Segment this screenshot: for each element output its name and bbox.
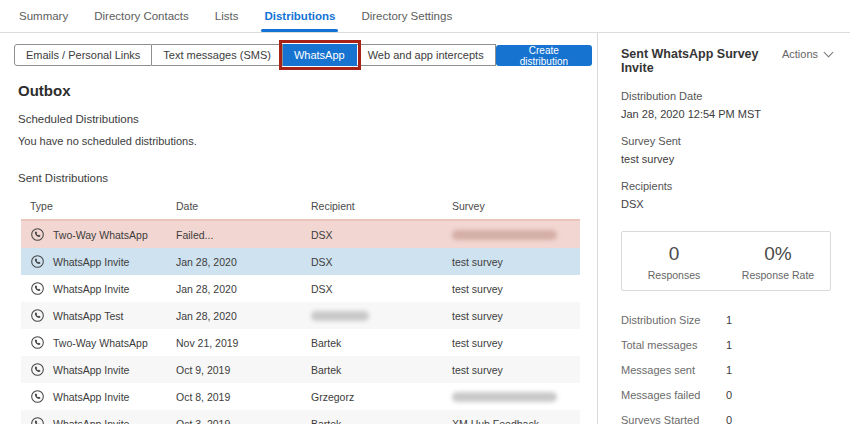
survey-cell <box>452 230 580 240</box>
nav-item-directory-contacts[interactable]: Directory Contacts <box>81 0 202 32</box>
recipient-cell: Bartek <box>311 337 452 349</box>
survey-sent-value: test survey <box>621 153 832 165</box>
sent-distributions-table: TypeDateRecipientSurvey Two-Way WhatsApp… <box>21 193 580 424</box>
whatsapp-icon <box>30 362 45 377</box>
survey-cell: XM Hub Feedback <box>452 418 580 424</box>
survey-cell <box>452 392 580 402</box>
table-row[interactable]: WhatsApp InviteOct 9, 2019Bartektest sur… <box>21 356 580 383</box>
recipient-cell: Bartek <box>311 418 452 424</box>
main-area: Emails / Personal LinksText messages (SM… <box>0 33 597 424</box>
actions-dropdown[interactable]: Actions <box>782 48 832 60</box>
date-cell: Failed... <box>176 229 311 241</box>
stat-value: 1 <box>726 314 832 326</box>
recipient-cell: DSX <box>311 283 452 295</box>
whatsapp-icon <box>30 416 45 424</box>
distributions-page: SummaryDirectory ContactsListsDistributi… <box>0 0 850 424</box>
table-row[interactable]: Two-Way WhatsAppFailed...DSX <box>21 219 580 248</box>
date-cell: Jan 28, 2020 <box>176 310 311 322</box>
recipients-value: DSX <box>621 198 832 210</box>
column-header-type: Type <box>21 200 176 212</box>
type-label: WhatsApp Invite <box>53 364 129 376</box>
recipient-cell: Bartek <box>311 364 452 376</box>
nav-item-distributions[interactable]: Distributions <box>251 0 348 32</box>
type-label: WhatsApp Invite <box>53 256 129 268</box>
scheduled-distributions-heading: Scheduled Distributions <box>18 113 597 125</box>
channel-tab-emails-personal-links[interactable]: Emails / Personal Links <box>14 44 152 66</box>
survey-cell: test survey <box>452 364 580 376</box>
redacted-survey <box>452 230 557 240</box>
type-label: WhatsApp Invite <box>53 283 129 295</box>
table-body: Two-Way WhatsAppFailed...DSXWhatsApp Inv… <box>21 219 580 424</box>
column-header-date: Date <box>176 200 311 212</box>
type-cell: WhatsApp Invite <box>21 416 176 424</box>
stat-row-messages-sent: Messages sent1 <box>621 364 832 376</box>
responses-value: 0 <box>622 243 726 265</box>
type-cell: Two-Way WhatsApp <box>21 227 176 242</box>
table-row[interactable]: WhatsApp TestJan 28, 2020test survey <box>21 302 580 329</box>
type-label: WhatsApp Invite <box>53 391 129 403</box>
recipients-label: Recipients <box>621 180 832 192</box>
scheduled-empty-text: You have no scheduled distributions. <box>18 135 597 147</box>
date-cell: Jan 28, 2020 <box>176 256 311 268</box>
recipient-cell: DSX <box>311 229 452 241</box>
response-rate-value: 0% <box>726 243 830 265</box>
date-cell: Oct 8, 2019 <box>176 391 311 403</box>
type-cell: WhatsApp Invite <box>21 362 176 377</box>
stat-label: Distribution Size <box>621 314 726 326</box>
survey-cell: test survey <box>452 337 580 349</box>
stat-row-messages-failed: Messages failed0 <box>621 389 832 401</box>
table-row[interactable]: WhatsApp InviteOct 8, 2019Grzegorz <box>21 383 580 410</box>
table-row[interactable]: WhatsApp InviteJan 28, 2020DSXtest surve… <box>21 248 580 275</box>
distribution-date-label: Distribution Date <box>621 90 832 102</box>
nav-item-summary[interactable]: Summary <box>6 0 81 32</box>
nav-item-lists[interactable]: Lists <box>202 0 252 32</box>
responses-summary: 0 Responses <box>622 243 726 281</box>
survey-cell: test survey <box>452 283 580 295</box>
response-rate-summary: 0% Response Rate <box>726 243 830 281</box>
stat-label: Total messages <box>621 339 726 351</box>
survey-cell: test survey <box>452 310 580 322</box>
redacted-survey <box>452 392 557 402</box>
whatsapp-icon <box>30 389 45 404</box>
sent-distributions-heading: Sent Distributions <box>18 172 597 184</box>
whatsapp-icon <box>30 281 45 296</box>
whatsapp-icon <box>30 254 45 269</box>
chevron-down-icon <box>824 48 834 58</box>
type-label: WhatsApp Invite <box>53 418 129 424</box>
create-distribution-button[interactable]: Create distribution <box>496 45 592 66</box>
whatsapp-icon <box>30 227 45 242</box>
whatsapp-icon <box>30 308 45 323</box>
type-cell: WhatsApp Test <box>21 308 176 323</box>
outbox-title: Outbox <box>18 82 597 99</box>
stat-label: Messages sent <box>621 364 726 376</box>
table-row[interactable]: Two-Way WhatsAppNov 21, 2019Bartektest s… <box>21 329 580 356</box>
recipient-cell: DSX <box>311 256 452 268</box>
channel-tab-text-messages-sms-[interactable]: Text messages (SMS) <box>152 44 283 66</box>
channel-tab-whatsapp[interactable]: WhatsApp <box>283 44 357 66</box>
table-row[interactable]: WhatsApp InviteOct 3, 2019BartekXM Hub F… <box>21 410 580 424</box>
type-label: Two-Way WhatsApp <box>53 337 148 349</box>
stat-value: 1 <box>726 364 832 376</box>
type-cell: Two-Way WhatsApp <box>21 335 176 350</box>
stat-row-distribution-size: Distribution Size1 <box>621 314 832 326</box>
table-row[interactable]: WhatsApp InviteJan 28, 2020DSXtest surve… <box>21 275 580 302</box>
stat-row-total-messages: Total messages1 <box>621 339 832 351</box>
whatsapp-icon <box>30 335 45 350</box>
date-cell: Oct 3, 2019 <box>176 418 311 424</box>
stat-label: Surveys Started <box>621 414 726 424</box>
channel-segmented-control: Emails / Personal LinksText messages (SM… <box>14 44 496 66</box>
type-cell: WhatsApp Invite <box>21 281 176 296</box>
date-cell: Nov 21, 2019 <box>176 337 311 349</box>
type-cell: WhatsApp Invite <box>21 389 176 404</box>
outbox-section: Outbox Scheduled Distributions You have … <box>0 66 597 424</box>
survey-sent-label: Survey Sent <box>621 135 832 147</box>
column-header-recipient: Recipient <box>311 200 452 212</box>
date-cell: Jan 28, 2020 <box>176 283 311 295</box>
responses-label: Responses <box>622 269 726 281</box>
nav-item-directory-settings[interactable]: Directory Settings <box>348 0 465 32</box>
channel-tab-web-and-app-intercepts[interactable]: Web and app intercepts <box>357 44 496 66</box>
stat-value: 0 <box>726 414 832 424</box>
table-header-row: TypeDateRecipientSurvey <box>21 193 580 219</box>
type-label: Two-Way WhatsApp <box>53 229 148 241</box>
column-header-survey: Survey <box>452 200 580 212</box>
